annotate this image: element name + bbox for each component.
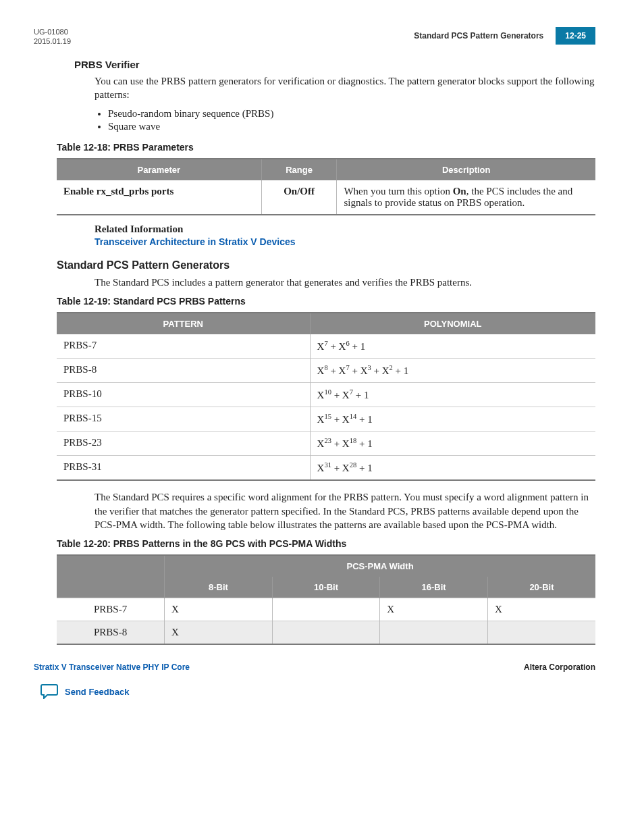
table-19-caption: Table 12-19: Standard PCS PRBS Patterns bbox=[57, 296, 595, 307]
table-row: PRBS-31X31 + X28 + 1 bbox=[57, 456, 595, 481]
speech-bubble-icon bbox=[41, 684, 58, 699]
footer-left-link[interactable]: Stratix V Transceiver Native PHY IP Core bbox=[34, 662, 190, 672]
page-footer: Stratix V Transceiver Native PHY IP Core… bbox=[34, 662, 595, 672]
col-empty bbox=[57, 555, 165, 598]
after-table-19-text: The Standard PCS requires a specific wor… bbox=[95, 490, 595, 531]
polynomial-cell: X8 + X7 + X3 + X2 + 1 bbox=[310, 359, 595, 383]
pattern-cell: PRBS-23 bbox=[57, 432, 310, 456]
pattern-name-cell: PRBS-7 bbox=[57, 598, 165, 621]
desc-cell: When you turn this option On, the PCS in… bbox=[337, 180, 595, 215]
prbs-verifier-heading: PRBS Verifier bbox=[74, 59, 595, 70]
table-18-caption: Table 12-18: PRBS Parameters bbox=[57, 142, 595, 153]
header-right: Standard PCS Pattern Generators 12-25 bbox=[414, 27, 595, 45]
width-cell bbox=[487, 621, 595, 645]
table-19: PATTERN POLYNOMIAL PRBS-7X7 + X6 + 1PRBS… bbox=[57, 312, 595, 481]
prbs-verifier-intro: You can use the PRBS pattern generators … bbox=[95, 74, 595, 102]
pattern-cell: PRBS-15 bbox=[57, 407, 310, 432]
send-feedback-link[interactable]: Send Feedback bbox=[41, 684, 595, 699]
table-row: PRBS-15X15 + X14 + 1 bbox=[57, 407, 595, 432]
section-intro: The Standard PCS includes a pattern gene… bbox=[95, 276, 595, 289]
header-left: UG-01080 2015.01.19 bbox=[34, 27, 71, 47]
width-cell bbox=[272, 621, 380, 645]
running-title: Standard PCS Pattern Generators bbox=[414, 31, 556, 41]
table-row: PRBS-7X7 + X6 + 1 bbox=[57, 334, 595, 359]
width-cell bbox=[380, 621, 488, 645]
table-row: Enable rx_std_prbs ports On/Off When you… bbox=[57, 180, 595, 215]
width-cell: X bbox=[487, 598, 595, 621]
related-info-link[interactable]: Transceiver Architecture in Stratix V De… bbox=[95, 236, 595, 247]
polynomial-cell: X23 + X18 + 1 bbox=[310, 432, 595, 456]
col-group-pcs-pma: PCS-PMA Width bbox=[165, 555, 595, 577]
pattern-cell: PRBS-10 bbox=[57, 383, 310, 407]
width-cell: X bbox=[380, 598, 488, 621]
doc-id: UG-01080 bbox=[34, 27, 71, 36]
width-cell: X bbox=[165, 598, 273, 621]
page-header: UG-01080 2015.01.19 Standard PCS Pattern… bbox=[34, 27, 595, 47]
param-cell: Enable rx_std_prbs ports bbox=[57, 180, 261, 215]
footer-right: Altera Corporation bbox=[524, 662, 595, 672]
col-10bit: 10-Bit bbox=[272, 577, 380, 598]
table-header-row: Parameter Range Description bbox=[57, 159, 595, 180]
col-pattern: PATTERN bbox=[57, 313, 310, 334]
col-parameter: Parameter bbox=[57, 159, 261, 180]
list-item: Square wave bbox=[108, 121, 595, 132]
table-header-row: PATTERN POLYNOMIAL bbox=[57, 313, 595, 334]
col-polynomial: POLYNOMIAL bbox=[310, 313, 595, 334]
prbs-bullet-list: Pseudo-random binary sequence (PRBS) Squ… bbox=[108, 108, 595, 132]
table-header-row: PCS-PMA Width bbox=[57, 555, 595, 577]
range-cell: On/Off bbox=[261, 180, 337, 215]
pattern-name-cell: PRBS-8 bbox=[57, 621, 165, 645]
table-20: PCS-PMA Width 8-Bit 10-Bit 16-Bit 20-Bit… bbox=[57, 554, 595, 645]
table-row: PRBS-8X bbox=[57, 621, 595, 645]
width-cell bbox=[272, 598, 380, 621]
col-8bit: 8-Bit bbox=[165, 577, 273, 598]
related-info-label: Related Information bbox=[95, 224, 595, 235]
pattern-cell: PRBS-31 bbox=[57, 456, 310, 481]
table-row: PRBS-7XXX bbox=[57, 598, 595, 621]
width-cell: X bbox=[165, 621, 273, 645]
table-row: PRBS-8X8 + X7 + X3 + X2 + 1 bbox=[57, 359, 595, 383]
pattern-cell: PRBS-8 bbox=[57, 359, 310, 383]
col-range: Range bbox=[261, 159, 337, 180]
polynomial-cell: X15 + X14 + 1 bbox=[310, 407, 595, 432]
table-row: PRBS-10X10 + X7 + 1 bbox=[57, 383, 595, 407]
section-heading: Standard PCS Pattern Generators bbox=[57, 259, 595, 271]
table-20-caption: Table 12-20: PRBS Patterns in the 8G PCS… bbox=[57, 538, 595, 549]
polynomial-cell: X7 + X6 + 1 bbox=[310, 334, 595, 359]
col-description: Description bbox=[337, 159, 595, 180]
doc-date: 2015.01.19 bbox=[34, 36, 71, 46]
pattern-cell: PRBS-7 bbox=[57, 334, 310, 359]
polynomial-cell: X31 + X28 + 1 bbox=[310, 456, 595, 481]
table-18: Parameter Range Description Enable rx_st… bbox=[57, 158, 595, 215]
list-item: Pseudo-random binary sequence (PRBS) bbox=[108, 108, 595, 120]
polynomial-cell: X10 + X7 + 1 bbox=[310, 383, 595, 407]
col-16bit: 16-Bit bbox=[380, 577, 488, 598]
col-20bit: 20-Bit bbox=[487, 577, 595, 598]
send-feedback-label: Send Feedback bbox=[65, 687, 129, 697]
page-number-badge: 12-25 bbox=[556, 27, 595, 45]
table-row: PRBS-23X23 + X18 + 1 bbox=[57, 432, 595, 456]
